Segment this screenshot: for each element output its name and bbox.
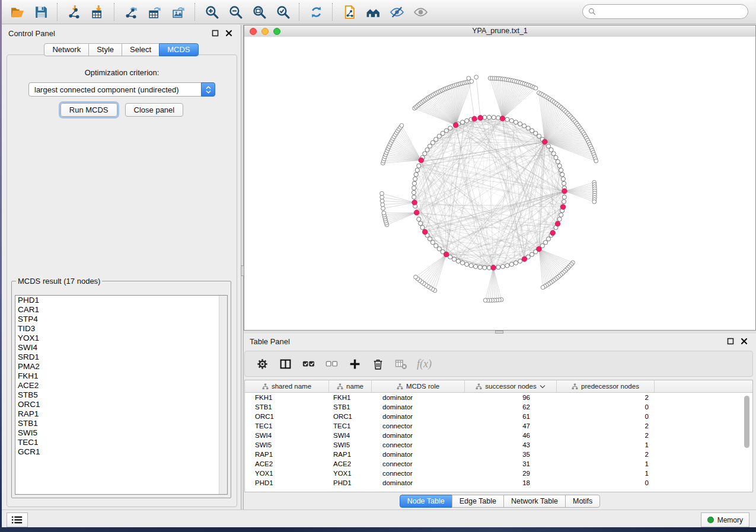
network-node[interactable] [417, 217, 421, 221]
network-edge[interactable] [503, 85, 528, 119]
mcds-network-node[interactable] [453, 123, 458, 128]
network-edge[interactable] [476, 77, 480, 118]
network-node[interactable] [509, 118, 513, 123]
table-cell[interactable]: dominator [372, 431, 465, 440]
network-node[interactable] [452, 257, 456, 261]
table-cell[interactable]: connector [372, 459, 465, 469]
table-cell[interactable]: YOX1 [329, 469, 372, 478]
network-node[interactable] [522, 124, 526, 128]
network-node[interactable] [381, 203, 385, 207]
zoom-out-icon[interactable] [224, 2, 247, 21]
float-panel-icon[interactable] [211, 29, 219, 37]
table-row[interactable]: STB1STB1dominator620 [245, 402, 752, 412]
table-cell[interactable]: 29 [465, 469, 557, 478]
table-cell[interactable]: PHD1 [329, 478, 372, 488]
table-cell[interactable]: ORC1 [245, 412, 329, 421]
network-node[interactable] [594, 159, 598, 163]
search-box[interactable] [582, 4, 748, 19]
table-cell[interactable]: SWI5 [245, 440, 329, 450]
network-edge[interactable] [503, 82, 519, 118]
table-row[interactable]: RAP1RAP1dominator352 [245, 450, 752, 459]
network-node[interactable] [412, 190, 416, 194]
mcds-network-node[interactable] [555, 221, 560, 226]
network-node[interactable] [492, 116, 496, 120]
network-node[interactable] [441, 131, 445, 135]
network-node[interactable] [413, 177, 417, 181]
network-node[interactable] [425, 148, 429, 152]
network-node[interactable] [412, 195, 416, 199]
network-node[interactable] [465, 262, 469, 267]
zoom-selected-icon[interactable] [271, 2, 295, 21]
import-table-icon[interactable] [86, 2, 110, 21]
optimization-criterion-dropdown[interactable]: largest connected component (undirected) [28, 82, 215, 97]
zoom-fit-icon[interactable] [247, 2, 271, 21]
mcds-result-item[interactable]: YOX1 [15, 334, 227, 343]
tab-select[interactable]: Select [122, 43, 160, 56]
table-cell[interactable]: 0 [557, 402, 655, 412]
close-panel-button[interactable]: Close panel [125, 103, 184, 117]
export-image-icon[interactable] [167, 2, 190, 21]
delete-column-icon[interactable] [371, 357, 385, 371]
network-node[interactable] [444, 129, 448, 133]
network-edge[interactable] [397, 133, 422, 160]
mcds-result-item[interactable]: SWI5 [15, 428, 227, 438]
table-scrollbar[interactable] [744, 396, 749, 448]
mcds-network-node[interactable] [412, 200, 417, 206]
network-node[interactable] [412, 186, 416, 190]
tab-network-table[interactable]: Network Table [503, 495, 566, 508]
network-node[interactable] [530, 252, 534, 257]
network-node[interactable] [469, 264, 473, 268]
network-node[interactable] [530, 129, 534, 133]
table-cell[interactable]: 2 [557, 450, 655, 459]
network-node[interactable] [400, 123, 404, 127]
table-cell[interactable]: 96 [465, 393, 557, 402]
network-node[interactable] [544, 241, 548, 245]
network-node[interactable] [448, 126, 452, 130]
mcds-result-item[interactable]: CAR1 [15, 305, 227, 315]
table-row[interactable]: PHD1PHD1dominator180 [245, 478, 752, 488]
mcds-result-item[interactable]: PMA2 [15, 362, 227, 371]
mcds-result-item[interactable]: SRD1 [15, 352, 227, 362]
mcds-network-node[interactable] [537, 246, 542, 252]
show-all-icon[interactable] [409, 2, 432, 21]
network-node[interactable] [460, 261, 464, 265]
column-header-predecessor-nodes[interactable]: predecessor nodes [557, 380, 655, 392]
network-edge[interactable] [417, 254, 446, 278]
table-cell[interactable]: 31 [465, 459, 557, 469]
save-session-icon[interactable] [29, 2, 53, 21]
table-cell[interactable]: 0 [557, 412, 655, 421]
network-edge[interactable] [414, 200, 558, 223]
run-mcds-button[interactable]: Run MCDS [60, 103, 117, 117]
network-node[interactable] [546, 144, 550, 148]
network-edge[interactable] [455, 126, 494, 268]
network-edge[interactable] [424, 254, 446, 283]
mcds-result-item[interactable]: GCR1 [15, 447, 227, 457]
network-edge[interactable] [425, 100, 456, 126]
mcds-result-item[interactable]: TID3 [15, 324, 227, 334]
mcds-result-item[interactable]: ORC1 [15, 400, 227, 409]
network-node[interactable] [474, 75, 479, 79]
search-input[interactable] [599, 7, 748, 17]
network-node[interactable] [456, 259, 460, 263]
mcds-result-item[interactable]: STB5 [15, 390, 227, 400]
table-cell[interactable]: ORC1 [329, 412, 372, 421]
table-cell[interactable]: TEC1 [329, 421, 372, 431]
network-edge[interactable] [432, 96, 456, 126]
network-edge[interactable] [503, 82, 517, 118]
network-node[interactable] [496, 265, 500, 270]
mcds-network-node[interactable] [419, 158, 424, 163]
network-node[interactable] [437, 247, 441, 251]
network-node[interactable] [509, 262, 513, 267]
mcds-network-node[interactable] [560, 204, 566, 210]
network-node[interactable] [465, 118, 469, 123]
mcds-result-item[interactable]: PHD1 [15, 296, 227, 305]
zoom-in-icon[interactable] [200, 2, 224, 21]
network-node[interactable] [380, 191, 384, 196]
mcds-result-item[interactable]: STB1 [15, 419, 227, 428]
table-cell[interactable]: FKH1 [329, 393, 372, 402]
mcds-network-node[interactable] [562, 188, 567, 194]
network-node[interactable] [414, 275, 418, 279]
network-node[interactable] [505, 264, 509, 268]
network-node[interactable] [562, 195, 566, 199]
apply-layout-icon[interactable] [304, 2, 328, 21]
